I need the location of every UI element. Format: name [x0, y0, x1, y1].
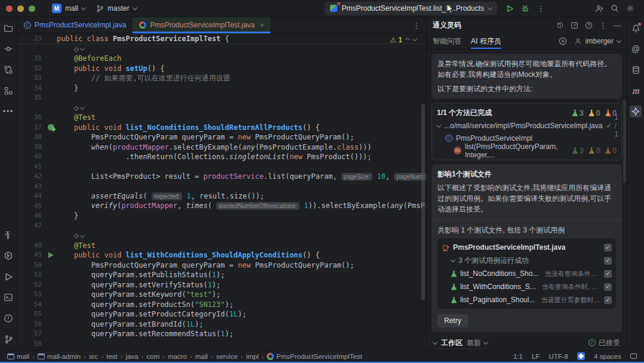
code-line[interactable]: 56 queryParam.setBrandId(1L); — [17, 319, 426, 330]
code-line[interactable]: 38 PmsProductQueryParam queryParam = new… — [17, 132, 426, 142]
commit-tool-button[interactable] — [2, 43, 14, 55]
close-tab-icon[interactable]: × — [260, 21, 264, 29]
help-icon[interactable] — [585, 21, 593, 29]
macos-zoom-button[interactable] — [29, 5, 35, 12]
breadcrumb-item[interactable]: service — [216, 353, 238, 360]
breadcrumb-item[interactable]: PmsProductServiceImplTest — [267, 353, 362, 360]
indent-size[interactable]: 4 spaces — [594, 353, 621, 360]
terminal-tool-button[interactable] — [2, 291, 14, 303]
breadcrumb-item[interactable]: test — [106, 353, 118, 360]
breadcrumb-item[interactable]: java — [126, 353, 138, 360]
more-tool-windows-button[interactable]: ••• — [2, 106, 14, 117]
code-line[interactable]: 37 public void list_NoConditions_ShouldR… — [17, 123, 426, 133]
macos-close-button[interactable] — [6, 5, 13, 12]
lingma-codelens[interactable] — [57, 107, 84, 110]
code-line[interactable]: 57 queryParam.setRecommendStatus(1); — [17, 329, 426, 339]
code-line[interactable]: 35 — [17, 93, 426, 103]
code-editor[interactable]: 23 public class PmsProductServiceImplTes… — [17, 33, 426, 350]
code-line[interactable]: 55 queryParam.setProductCategoryId(1L); — [17, 309, 426, 319]
breadcrumb-item[interactable]: mall — [7, 353, 29, 360]
history-icon[interactable] — [556, 21, 564, 29]
maven-button[interactable]: m — [630, 85, 642, 97]
test-case-row[interactable]: list_NoConditions_Sho...当没有查询条件时, 期望返回..… — [442, 267, 612, 280]
code-line[interactable]: 54 queryParam.setProductSn("SN123"); — [17, 300, 426, 310]
prev-problem-icon[interactable] — [405, 38, 410, 42]
checkbox[interactable]: ✓ — [604, 244, 612, 252]
workspace-file-row[interactable]: PmsProductServiceImplTest.java ✓ 已接受 — [432, 349, 622, 350]
tab-ai-programmer[interactable]: AI 程序员 — [471, 33, 501, 49]
ai-assistant-button[interactable]: @ — [630, 43, 642, 55]
screen-layout-icon[interactable] — [630, 353, 637, 359]
inspection-widget[interactable]: 1 — [390, 36, 417, 44]
checkbox[interactable]: ✓ — [604, 296, 612, 304]
code-line[interactable]: 39 when(productMapper.selectByExample(an… — [17, 142, 426, 153]
tab-smart-qa[interactable]: 智能问答 — [433, 33, 461, 49]
breadcrumb-item[interactable]: com — [147, 353, 160, 360]
lingma-codelens[interactable] — [57, 48, 84, 51]
add-session-icon[interactable] — [559, 37, 567, 45]
code-line[interactable]: 33 // 如果需要,可以在这里进行任何通用设置 — [17, 73, 426, 83]
build-tool-button[interactable] — [2, 229, 14, 241]
run-button[interactable] — [502, 2, 517, 15]
tab-pmsproductserviceimpl[interactable]: PmsProductServiceImpl.java — [17, 17, 133, 33]
vcs-tool-button[interactable] — [2, 333, 14, 345]
retry-button[interactable]: Retry — [437, 314, 468, 327]
code-line[interactable]: 41 — [17, 162, 426, 172]
breadcrumb-item[interactable]: src — [89, 353, 98, 360]
caret-position[interactable]: 1:1 — [513, 353, 523, 360]
new-chat-icon[interactable] — [571, 21, 578, 29]
checkbox[interactable]: ✓ — [604, 283, 612, 291]
breadcrumb-item[interactable]: mall-admin — [38, 353, 81, 360]
code-line[interactable]: 32 public void setUp() { — [17, 64, 426, 74]
debug-button[interactable] — [517, 2, 533, 15]
code-line[interactable]: 43 — [17, 182, 426, 192]
branch-widget[interactable]: master — [93, 2, 140, 15]
breadcrumb-item[interactable]: mall — [195, 353, 208, 360]
code-line[interactable]: 40 .thenReturn(Collections.singletonList… — [17, 152, 426, 162]
settings-button[interactable] — [623, 2, 638, 15]
code-line[interactable]: 47 — [17, 221, 426, 231]
test-case-row[interactable]: list_WithConditions_S...当有查询条件时, 期望应用这..… — [442, 280, 612, 293]
code-line[interactable] — [17, 231, 426, 241]
code-with-me-button[interactable] — [591, 2, 607, 15]
file-encoding[interactable]: UTF-8 — [549, 353, 568, 360]
run-tool-button[interactable] — [2, 271, 14, 283]
user-menu[interactable]: imberger — [574, 37, 621, 45]
code-line[interactable]: 42 List<PmsProduct> result = productServ… — [17, 172, 426, 182]
line-ending[interactable]: LF — [532, 353, 540, 360]
code-line[interactable] — [17, 44, 426, 54]
services-tool-button[interactable] — [2, 250, 14, 262]
workspace-header[interactable]: 工作区 最新 ✓ 已接受 — [432, 336, 622, 349]
code-line[interactable]: 34 } — [17, 83, 426, 94]
sticky-code-line[interactable]: 23 public class PmsProductServiceImplTes… — [17, 34, 426, 44]
minimize-icon[interactable]: — — [614, 21, 621, 30]
test-file-row[interactable]: PmsProductServiceImplTest.java ✓ — [442, 241, 612, 254]
problems-tool-button[interactable] — [2, 312, 14, 324]
code-line[interactable]: 49 public void list_WithConditions_Shoul… — [17, 250, 426, 260]
tab-pmsproductserviceimpltest[interactable]: PmsProductServiceImplTest.java × — [133, 17, 270, 33]
code-line[interactable]: 44 assertEquals( expected: 1, result.siz… — [17, 191, 426, 201]
method-row[interactable]: m list(PmsProductQueryParam, Integer,...… — [437, 144, 617, 157]
structure-tool-button[interactable] — [2, 85, 14, 97]
macos-minimize-button[interactable] — [17, 5, 24, 12]
next-problem-icon[interactable] — [412, 36, 417, 41]
code-line[interactable]: 58 — [17, 339, 426, 349]
breadcrumb-item[interactable]: impl — [246, 353, 258, 360]
project-tool-button[interactable] — [2, 22, 14, 34]
database-button[interactable] — [630, 64, 642, 76]
code-line[interactable]: 31 @BeforeEach — [17, 54, 426, 64]
code-line[interactable]: 45 verify(productMapper, times( wantedNu… — [17, 201, 426, 212]
pull-requests-tool-button[interactable] — [2, 64, 14, 76]
panel-scrollbar[interactable] — [623, 100, 626, 183]
code-line[interactable]: 48 @Test — [17, 241, 426, 251]
impl-file-row[interactable]: ...o/mall/service/impl/PmsProductService… — [437, 119, 617, 132]
lingma-codelens[interactable] — [57, 234, 84, 238]
editor-scrollbar[interactable] — [421, 104, 425, 300]
code-line[interactable]: 51 queryParam.setPublishStatus(1); — [17, 270, 426, 280]
notifications-button[interactable] — [630, 22, 642, 34]
code-line[interactable]: 53 queryParam.setKeyword("test"); — [17, 290, 426, 300]
test-passed-run-icon[interactable] — [48, 124, 54, 131]
project-widget[interactable]: M mall — [48, 2, 89, 15]
run-configuration-select[interactable]: PmsProductServiceImplTest.list_P...Produ… — [325, 2, 497, 15]
search-everywhere-button[interactable] — [607, 2, 623, 15]
